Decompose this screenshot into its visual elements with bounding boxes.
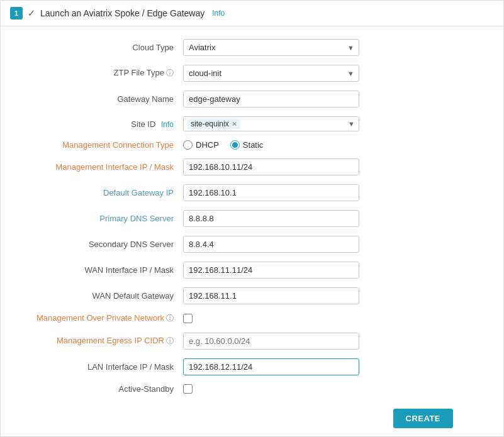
dhcp-radio-text: DHCP [196,140,219,150]
secondary-dns-label: Secondary DNS Server [20,240,183,249]
footer-row: CREATE [20,402,484,434]
wan-default-gateway-input[interactable] [183,287,359,304]
primary-dns-row: Primary DNS Server [20,210,484,227]
static-radio[interactable] [230,140,240,150]
secondary-dns-input[interactable] [183,236,359,253]
site-id-arrow-icon[interactable]: ▼ [348,120,355,128]
mgmt-private-network-label: Management Over Private Networkⓘ [20,313,183,324]
site-id-tag-select[interactable]: site-equinix ✕ ▼ [183,116,359,131]
dhcp-radio[interactable] [183,140,193,150]
mgmt-interface-ip-row: Management Interface IP / Mask [20,158,484,175]
site-id-tag-close-icon[interactable]: ✕ [232,120,237,128]
wan-default-gateway-row: WAN Default Gateway [20,287,484,304]
lan-interface-ip-input[interactable] [183,358,359,375]
ztp-file-type-select[interactable]: cloud-init iso [183,65,359,82]
site-id-tag: site-equinix ✕ [188,119,240,129]
ztp-file-type-row: ZTP File Typeⓘ cloud-init iso ▼ [20,65,484,82]
mgmt-egress-ip-label: Management Egress IP CIDRⓘ [20,336,183,346]
mgmt-private-network-info-icon[interactable]: ⓘ [166,314,174,323]
mgmt-egress-ip-input[interactable] [183,333,359,350]
form-container: Cloud Type Aviatrix AWS Azure GCP ▼ ZTP … [1,26,503,436]
secondary-dns-row: Secondary DNS Server [20,236,484,253]
lan-interface-ip-row: LAN Interface IP / Mask [20,358,484,375]
mgmt-connection-type-label: Management Connection Type [20,140,183,150]
wan-interface-ip-label: WAN Interface IP / Mask [20,265,183,275]
mgmt-private-network-row: Management Over Private Networkⓘ [20,313,484,324]
primary-dns-input[interactable] [183,210,359,227]
active-standby-label: Active-Standby [20,384,183,394]
arrow-icon: ✓ [28,8,35,18]
gateway-name-row: Gateway Name [20,91,484,108]
wan-default-gateway-label: WAN Default Gateway [20,291,183,301]
step-badge: 1 [10,7,23,19]
gateway-name-input[interactable] [183,91,359,108]
cloud-type-row: Cloud Type Aviatrix AWS Azure GCP ▼ [20,39,484,56]
mgmt-connection-type-radio-group: DHCP Static [183,140,359,150]
site-id-row: Site ID Info site-equinix ✕ ▼ [20,116,484,131]
page-header: 1 ✓ Launch an Aviatrix Spoke / Edge Gate… [1,1,503,26]
ztp-file-type-label: ZTP File Typeⓘ [20,68,183,79]
primary-dns-label: Primary DNS Server [20,214,183,223]
mgmt-connection-type-row: Management Connection Type DHCP Static [20,140,484,150]
wan-interface-ip-row: WAN Interface IP / Mask [20,262,484,279]
mgmt-egress-ip-info-icon[interactable]: ⓘ [166,336,174,345]
page-title: Launch an Aviatrix Spoke / Edge Gateway [40,8,204,18]
header-info-link[interactable]: Info [212,9,225,18]
site-id-info-link[interactable]: Info [161,120,174,129]
ztp-info-icon[interactable]: ⓘ [166,69,174,77]
mgmt-private-network-checkbox[interactable] [183,314,193,323]
active-standby-checkbox[interactable] [183,384,193,394]
mgmt-interface-ip-label: Management Interface IP / Mask [20,162,183,172]
site-id-label: Site ID Info [20,119,183,129]
mgmt-egress-ip-row: Management Egress IP CIDRⓘ [20,333,484,350]
active-standby-row: Active-Standby [20,384,484,394]
lan-interface-ip-label: LAN Interface IP / Mask [20,362,183,372]
create-button[interactable]: CREATE [393,409,453,428]
gateway-name-label: Gateway Name [20,94,183,104]
default-gateway-ip-row: Default Gateway IP [20,184,484,201]
cloud-type-label: Cloud Type [20,43,183,52]
cloud-type-select[interactable]: Aviatrix AWS Azure GCP [183,39,359,56]
mgmt-interface-ip-input[interactable] [183,158,359,175]
wan-interface-ip-input[interactable] [183,262,359,279]
dhcp-radio-label[interactable]: DHCP [183,140,219,150]
default-gateway-ip-label: Default Gateway IP [20,188,183,197]
static-radio-label[interactable]: Static [230,140,264,150]
default-gateway-ip-input[interactable] [183,184,359,201]
static-radio-text: Static [243,140,264,150]
